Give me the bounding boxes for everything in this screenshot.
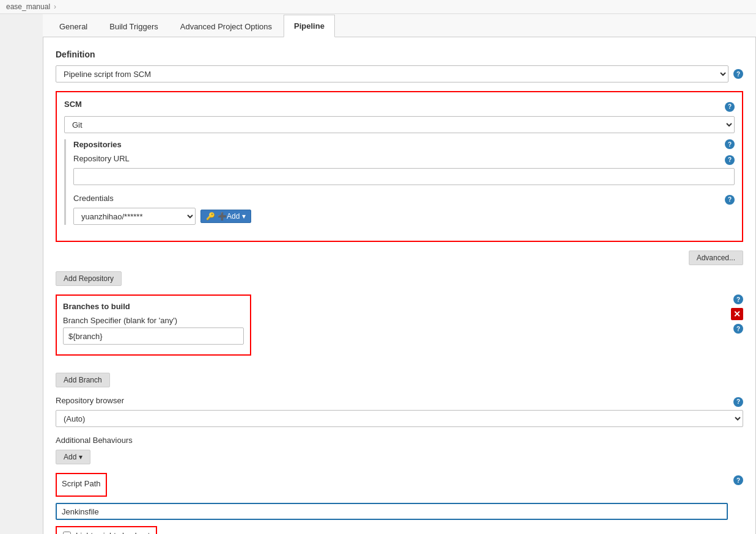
branches-label-row: Branches to build xyxy=(63,302,244,311)
lightweight-checkout-section: Lightweight checkout xyxy=(56,526,157,534)
script-path-label: Script Path xyxy=(62,479,101,488)
advanced-button[interactable]: Advanced... xyxy=(689,251,743,265)
tabs-bar: General Build Triggers Advanced Project … xyxy=(43,14,756,37)
branch-specifier-label-row: Branch Specifier (blank for 'any') xyxy=(63,316,244,325)
repositories-section: Repositories ? Repository URL ? Credenti… xyxy=(64,139,735,225)
repo-browser-row: Repository browser ? (Auto) xyxy=(56,396,743,427)
key-icon: 🔑 xyxy=(206,212,215,221)
scm-label: SCM xyxy=(64,100,82,109)
add-repository-button[interactable]: Add Repository xyxy=(56,271,122,286)
repositories-help-icon[interactable]: ? xyxy=(725,139,735,149)
branch-specifier-input[interactable] xyxy=(63,327,244,345)
credentials-help-icon[interactable]: ? xyxy=(725,195,735,205)
breadcrumb-bar: ease_manual › xyxy=(0,0,756,14)
definition-help-icon[interactable]: ? xyxy=(733,69,743,79)
tab-general[interactable]: General xyxy=(49,15,98,37)
add-branch-button[interactable]: Add Branch xyxy=(56,373,110,387)
repo-browser-label: Repository browser xyxy=(56,396,124,405)
script-path-input[interactable] xyxy=(56,503,728,520)
scm-select[interactable]: Git xyxy=(64,116,735,133)
repo-label-row: Repositories ? xyxy=(73,139,735,149)
breadcrumb-arrow: › xyxy=(54,2,56,11)
lightweight-checkout-checkbox[interactable] xyxy=(63,532,71,534)
main-content: Definition Pipeline script from SCM ? SC… xyxy=(43,37,756,534)
add-repo-btn-row: Add Repository xyxy=(56,271,743,286)
branch-specifier-row: Branch Specifier (blank for 'any') xyxy=(63,316,244,345)
additional-behaviours-label-row: Additional Behaviours xyxy=(56,436,743,447)
credentials-label: Credentials xyxy=(73,194,114,203)
branches-side: ? ✕ ? xyxy=(731,294,743,334)
repo-browser-label-row: Repository browser ? xyxy=(56,396,743,408)
repo-url-label-row: Repository URL ? xyxy=(73,154,735,166)
branch-specifier-help-icon[interactable]: ? xyxy=(733,324,743,334)
branches-section: Branches to build Branch Specifier (blan… xyxy=(56,294,251,356)
branches-help-icon[interactable]: ? xyxy=(733,294,743,304)
add-label: ➕Add xyxy=(218,212,240,221)
add-credentials-button[interactable]: 🔑 ➕Add ▾ xyxy=(200,210,251,223)
branches-outer: Branches to build Branch Specifier (blan… xyxy=(56,294,743,364)
repo-url-row: Repository URL ? xyxy=(73,154,735,185)
definition-title: Definition xyxy=(56,49,743,59)
definition-select[interactable]: Pipeline script from SCM xyxy=(56,65,728,82)
scm-select-row: Git xyxy=(64,116,735,133)
advanced-btn-row: Advanced... xyxy=(56,251,743,265)
repo-browser-select[interactable]: (Auto) xyxy=(56,410,743,427)
add-behaviour-label: Add xyxy=(64,453,76,461)
script-path-box: Script Path xyxy=(56,473,107,497)
repo-url-help-icon[interactable]: ? xyxy=(725,155,735,165)
tab-advanced-project-options[interactable]: Advanced Project Options xyxy=(170,15,282,37)
add-behaviour-button[interactable]: Add ▾ xyxy=(56,450,90,464)
credentials-row: Credentials ? yuanzhihao/****** 🔑 ➕Add ▾ xyxy=(73,194,735,225)
definition-section: Definition Pipeline script from SCM ? xyxy=(56,49,743,82)
credentials-label-row: Credentials ? xyxy=(73,194,735,205)
delete-branch-button[interactable]: ✕ xyxy=(731,308,743,320)
add-branch-btn-row: Add Branch xyxy=(56,373,743,387)
additional-behaviours-row: Additional Behaviours Add ▾ xyxy=(56,436,743,464)
tab-pipeline[interactable]: Pipeline xyxy=(284,15,335,37)
tab-build-triggers[interactable]: Build Triggers xyxy=(99,15,168,37)
repo-url-input[interactable] xyxy=(73,168,735,185)
script-path-section: Script Path xyxy=(56,473,733,520)
definition-row: Pipeline script from SCM ? xyxy=(56,65,743,82)
scm-section: SCM ? Git Repositories ? Repository URL … xyxy=(56,91,743,242)
script-path-outer: Script Path ? xyxy=(56,473,743,520)
breadcrumb-text: ease_manual xyxy=(6,2,50,11)
credentials-controls: yuanzhihao/****** 🔑 ➕Add ▾ xyxy=(73,208,735,225)
lightweight-checkout-outer: Lightweight checkout ? xyxy=(56,526,743,534)
additional-behaviours-label: Additional Behaviours xyxy=(56,436,133,445)
branch-specifier-label: Branch Specifier (blank for 'any') xyxy=(63,316,177,325)
add-behaviour-dropdown-icon: ▾ xyxy=(79,453,83,461)
lightweight-checkout-label: Lightweight checkout xyxy=(76,531,150,534)
repo-browser-help-icon[interactable]: ? xyxy=(733,397,743,407)
scm-row: SCM ? xyxy=(64,100,735,114)
credentials-select[interactable]: yuanzhihao/****** xyxy=(73,208,196,225)
add-dropdown-icon: ▾ xyxy=(242,212,246,221)
repositories-label: Repositories xyxy=(73,140,122,149)
script-path-help-icon[interactable]: ? xyxy=(733,475,743,485)
repo-url-label: Repository URL xyxy=(73,154,130,163)
branches-label: Branches to build xyxy=(63,302,130,311)
scm-help-icon[interactable]: ? xyxy=(725,102,735,112)
